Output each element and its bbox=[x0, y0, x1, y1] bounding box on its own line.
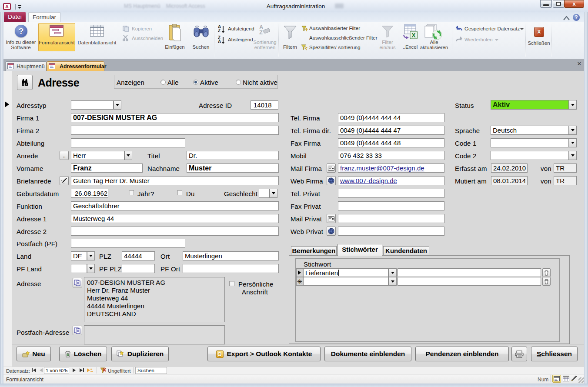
svg-text:X: X bbox=[411, 32, 416, 39]
